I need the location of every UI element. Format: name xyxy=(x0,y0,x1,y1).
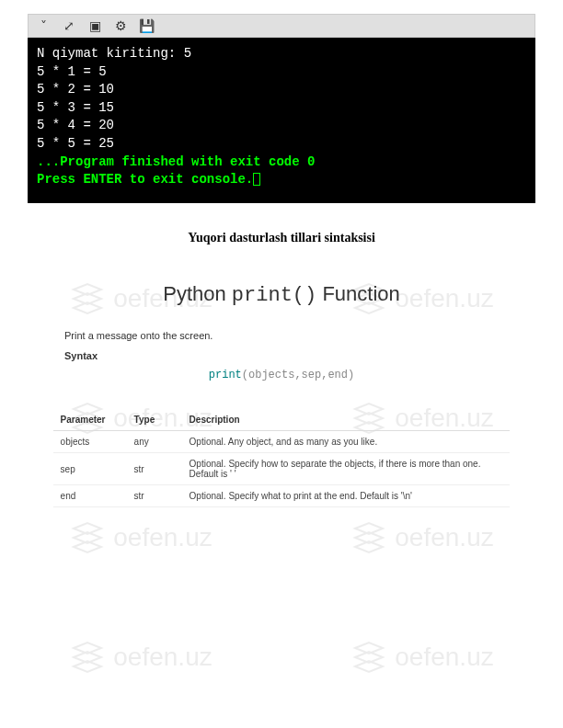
table-header-row: Parameter Type Description xyxy=(53,409,511,431)
save-icon: 💾 xyxy=(137,17,155,35)
python-description: Print a message onto the screen. xyxy=(28,330,535,341)
cursor-icon xyxy=(253,173,260,186)
table-cell: Optional. Any object, and as many as you… xyxy=(182,431,511,453)
console-exit-line: Press ENTER to exit console. xyxy=(37,171,526,189)
watermark-text: oefen.uz xyxy=(395,643,493,672)
table-row: objects any Optional. Any object, and as… xyxy=(53,431,511,453)
expand-icon: ⤢ xyxy=(60,17,78,35)
params-table: Parameter Type Description objects any O… xyxy=(53,409,511,507)
table-cell: str xyxy=(127,485,182,507)
page-content: ˅ ⤢ ▣ ⚙ 💾 N qiymat kiriting: 5 5 * 1 = 5… xyxy=(0,0,563,517)
watermark-text: oefen.uz xyxy=(113,523,212,552)
watermark-item: oefen.uz xyxy=(69,519,212,556)
console-line: 5 * 4 = 20 xyxy=(37,117,526,135)
heading-suffix: Function xyxy=(316,282,400,305)
console-line: 5 * 5 = 25 xyxy=(37,135,526,154)
table-cell: sep xyxy=(53,453,127,485)
watermark-text: oefen.uz xyxy=(395,523,493,552)
table-row: sep str Optional. Specify how to separat… xyxy=(53,453,511,485)
syntax-code: print(objects,sep,end) xyxy=(28,369,535,381)
console-line: 5 * 3 = 15 xyxy=(37,99,526,118)
syntax-keyword: print xyxy=(209,369,242,381)
chevron-down-icon: ˅ xyxy=(34,17,52,35)
table-cell: Optional. Specify how to separate the ob… xyxy=(182,453,511,485)
console-finish-line: ...Program finished with exit code 0 xyxy=(37,154,526,172)
python-heading: Python print() Function xyxy=(28,282,535,307)
section-title: Yuqori dasturlash tillari sintaksisi xyxy=(28,231,535,245)
watermark-text: oefen.uz xyxy=(113,643,212,672)
stack-icon xyxy=(350,639,387,676)
stack-icon xyxy=(69,519,106,556)
console-line: 5 * 2 = 10 xyxy=(37,81,526,99)
table-cell: Optional. Specify what to print at the e… xyxy=(182,485,511,507)
table-cell: objects xyxy=(53,431,127,453)
console-line: N qiymat kiriting: 5 xyxy=(37,45,526,63)
heading-func: print() xyxy=(232,284,316,307)
console-exit-text: Press ENTER to exit console. xyxy=(37,172,253,187)
heading-prefix: Python xyxy=(163,282,232,305)
table-header: Description xyxy=(182,409,511,431)
table-cell: any xyxy=(127,431,182,453)
syntax-label: Syntax xyxy=(28,350,535,361)
table-header: Type xyxy=(127,409,182,431)
watermark-item: oefen.uz xyxy=(69,639,212,676)
table-cell: end xyxy=(53,485,127,507)
watermark-item: oefen.uz xyxy=(350,519,493,556)
stack-icon xyxy=(69,639,106,676)
console-screenshot: ˅ ⤢ ▣ ⚙ 💾 N qiymat kiriting: 5 5 * 1 = 5… xyxy=(28,14,535,203)
console-output: N qiymat kiriting: 5 5 * 1 = 5 5 * 2 = 1… xyxy=(28,38,535,203)
table-cell: str xyxy=(127,453,182,485)
window-icon: ▣ xyxy=(86,17,104,35)
table-header: Parameter xyxy=(53,409,127,431)
console-toolbar: ˅ ⤢ ▣ ⚙ 💾 xyxy=(28,14,535,38)
gear-icon: ⚙ xyxy=(111,17,130,35)
watermark-item: oefen.uz xyxy=(350,639,493,676)
console-line: 5 * 1 = 5 xyxy=(37,63,526,82)
stack-icon xyxy=(350,519,387,556)
syntax-params: (objects,sep,end) xyxy=(242,369,354,381)
table-row: end str Optional. Specify what to print … xyxy=(53,485,511,507)
